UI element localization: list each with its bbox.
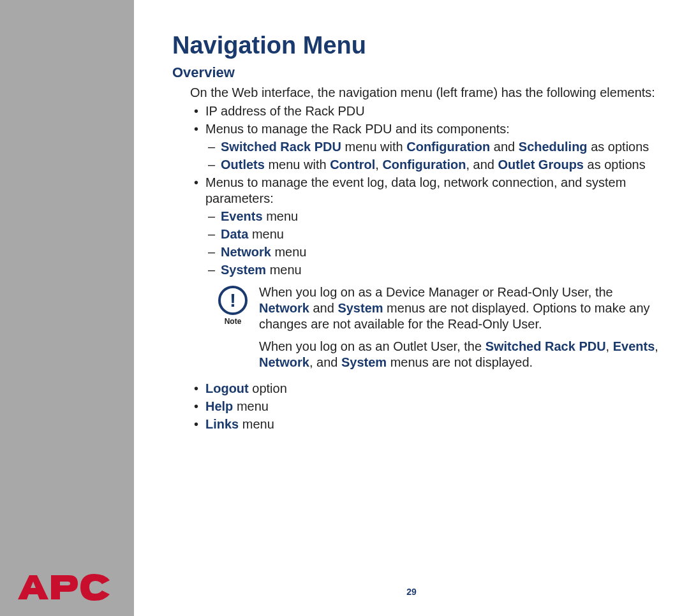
keyword: System <box>221 263 266 277</box>
keyword: Control <box>330 158 375 172</box>
keyword: Configuration <box>382 158 466 172</box>
note-label: Note <box>225 317 242 326</box>
keyword: Scheduling <box>519 140 588 154</box>
keyword: Configuration <box>406 140 490 154</box>
page-number: 29 <box>134 587 689 597</box>
list-item: Menus to manage the event log, data log,… <box>190 175 663 278</box>
list-item: Events menu <box>205 209 663 224</box>
keyword: Data <box>221 227 248 241</box>
list-item: Switched Rack PDU menu with Configuratio… <box>205 139 663 155</box>
list-item: Links menu <box>190 416 663 432</box>
sidebar-text: USER'S GUIDE Switched Rack PDU <box>0 138 134 552</box>
list-item: Data menu <box>205 226 663 242</box>
keyword: Events <box>221 209 263 223</box>
list-item-text: Menus to manage the Rack PDU and its com… <box>205 122 510 136</box>
keyword: Events <box>613 339 655 353</box>
keyword: System <box>341 355 387 369</box>
note-icon: ! <box>218 286 248 315</box>
keyword: Links <box>205 417 239 431</box>
apc-logo <box>17 574 112 603</box>
note-paragraph: When you log on as an Outlet User, the S… <box>259 339 663 370</box>
note-paragraph: When you log on as a Device Manager or R… <box>259 284 663 332</box>
keyword: Network <box>259 355 309 369</box>
keyword: Outlets <box>221 158 265 172</box>
keyword: Switched Rack PDU <box>221 140 341 154</box>
note-text: When you log on as a Device Manager or R… <box>259 284 663 377</box>
list-item: Help menu <box>190 399 663 414</box>
list-item: Outlets menu with Control, Configuration… <box>205 157 663 173</box>
sub-list: Switched Rack PDU menu with Configuratio… <box>205 139 663 173</box>
list-item: IP address of the Rack PDU <box>190 103 663 119</box>
bottom-bullet-list: Logout option Help menu Links menu <box>190 381 663 432</box>
page-title: Navigation Menu <box>172 32 663 59</box>
keyword: Help <box>205 399 233 413</box>
top-bullet-list: IP address of the Rack PDU Menus to mana… <box>190 103 663 278</box>
keyword: System <box>337 301 383 315</box>
body-text: On the Web interface, the navigation men… <box>190 85 663 432</box>
exclamation-icon: ! <box>230 291 236 310</box>
note-icon-wrap: ! Note <box>218 284 248 326</box>
keyword: Logout <box>205 381 249 395</box>
sub-list: Events menu Data menu Network menu Syste… <box>205 209 663 278</box>
content-area: Navigation Menu Overview On the Web inte… <box>134 0 689 616</box>
keyword: Switched Rack PDU <box>485 339 606 353</box>
list-item: System menu <box>205 262 663 278</box>
note-block: ! Note When you log on as a Device Manag… <box>218 284 663 377</box>
section-heading: Overview <box>172 64 663 81</box>
keyword: Network <box>259 301 309 315</box>
list-item: Menus to manage the Rack PDU and its com… <box>190 121 663 173</box>
sidebar: USER'S GUIDE Switched Rack PDU <box>0 0 134 616</box>
list-item-text: Menus to manage the event log, data log,… <box>205 175 626 205</box>
document-page: USER'S GUIDE Switched Rack PDU Navigatio… <box>0 0 689 616</box>
keyword: Network <box>221 245 271 259</box>
list-item: Network menu <box>205 244 663 260</box>
keyword: Outlet Groups <box>498 158 584 172</box>
intro-paragraph: On the Web interface, the navigation men… <box>190 85 663 101</box>
list-item: Logout option <box>190 381 663 397</box>
